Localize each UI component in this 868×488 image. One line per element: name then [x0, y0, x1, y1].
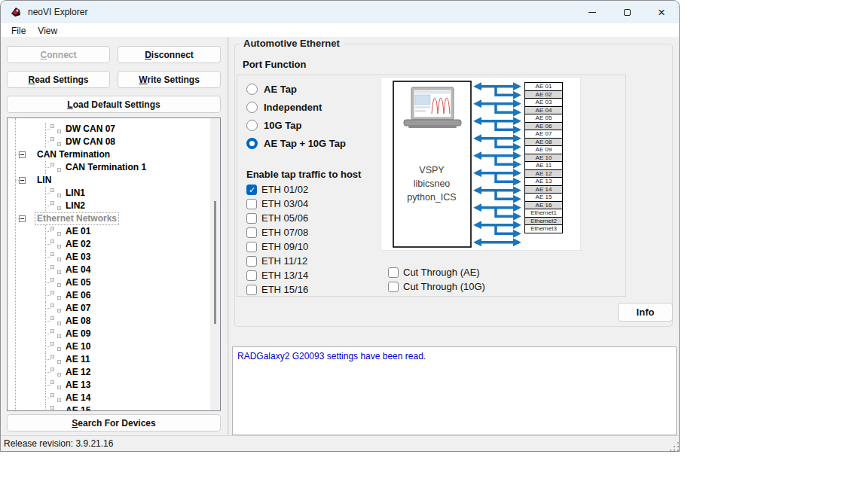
checkbox-icon[interactable] [246, 185, 257, 195]
tap-diagram: VSPY libicsneo python_ICS [381, 77, 581, 251]
radio-option[interactable]: AE Tap + 10G Tap [246, 134, 346, 152]
panel-splitter[interactable] [228, 37, 229, 435]
menu-item[interactable]: File [5, 24, 32, 38]
tree-item-label: AE 04 [64, 264, 92, 276]
radio-icon[interactable] [246, 102, 258, 113]
tree-item-label: AE 15 [64, 405, 92, 411]
tree-item[interactable]: DW CAN 07 [8, 123, 210, 136]
radio-label: 10G Tap [264, 120, 301, 131]
disconnect-button[interactable]: Disconnect [118, 46, 221, 63]
connect-button[interactable]: Connect [7, 46, 110, 63]
checkbox-option[interactable]: Cut Through (AE) [388, 265, 485, 279]
checkbox-label: Cut Through (10G) [403, 281, 485, 292]
minimize-icon [588, 12, 596, 13]
checkbox-option[interactable]: ETH 15/16 [246, 282, 308, 297]
tree-item-label: AE 07 [64, 303, 92, 314]
tree-item-label: CAN Termination [35, 149, 112, 160]
tree-item[interactable]: AE 10 [8, 340, 210, 353]
maximize-button[interactable] [610, 1, 644, 23]
tree-item[interactable]: AE 12 [8, 366, 210, 379]
checkbox-option[interactable]: ETH 07/08 [246, 225, 308, 239]
checkbox-option[interactable]: ETH 05/06 [246, 211, 308, 225]
tree-item[interactable]: Ethernet Networks [8, 212, 210, 225]
tree-item[interactable]: AE 01 [8, 225, 210, 238]
tree-item[interactable]: AE 04 [8, 264, 210, 276]
resize-grip-icon[interactable] [674, 446, 675, 447]
network-status-icon [50, 251, 63, 263]
checkbox-icon[interactable] [246, 199, 257, 209]
checkbox-option[interactable]: ETH 09/10 [246, 239, 308, 254]
tree-item[interactable]: AE 07 [8, 302, 210, 315]
release-revision-text: Release revision: 3.9.21.16 [4, 438, 113, 449]
network-status-icon [50, 238, 63, 250]
radio-icon[interactable] [246, 84, 258, 95]
menu-item[interactable]: View [32, 24, 63, 38]
collapse-icon[interactable] [19, 215, 26, 222]
checkbox-option[interactable]: ETH 01/02 [246, 182, 308, 197]
close-button[interactable]: × [644, 1, 679, 23]
tree-scrollbar-thumb[interactable] [214, 201, 216, 324]
tree-item[interactable]: AE 11 [8, 353, 210, 366]
load-default-settings-button[interactable]: Load Default Settings [7, 96, 221, 113]
tree-item[interactable]: AE 05 [8, 276, 210, 289]
tree-item[interactable]: AE 03 [8, 251, 210, 264]
checkbox-label: ETH 03/04 [261, 198, 308, 209]
tree-item[interactable]: AE 13 [8, 379, 210, 392]
network-status-icon [50, 328, 63, 340]
search-for-devices-button[interactable]: Search For Devices [7, 414, 221, 432]
tree-item[interactable]: LIN2 [8, 200, 210, 212]
tree-item[interactable]: AE 09 [8, 328, 210, 340]
tree-item[interactable]: AE 06 [8, 289, 210, 302]
radio-option[interactable]: AE Tap [246, 80, 346, 98]
tree-item[interactable]: DW CAN 08 [8, 136, 210, 148]
read-settings-button[interactable]: Read Settings [7, 71, 110, 88]
tree-item[interactable]: LIN1 [8, 187, 210, 200]
tree-item-label: LIN [35, 175, 53, 186]
enable-tap-traffic-label: Enable tap traffic to host [246, 169, 361, 180]
radio-option[interactable]: 10G Tap [246, 116, 346, 134]
menu-bar: FileView [1, 23, 679, 37]
tree-item-label: AE 11 [64, 354, 92, 365]
checkbox-icon[interactable] [246, 227, 257, 238]
tree-item[interactable]: LIN [8, 174, 210, 187]
tree-item[interactable]: CAN Termination [8, 148, 210, 161]
write-settings-button[interactable]: Write Settings [118, 71, 221, 88]
radio-icon[interactable] [246, 138, 258, 149]
info-button[interactable]: Info [618, 303, 673, 322]
collapse-icon[interactable] [19, 177, 26, 184]
tree-item[interactable]: AE 02 [8, 238, 210, 251]
checkbox-icon[interactable] [246, 213, 257, 224]
checkbox-label: Cut Through (AE) [403, 267, 480, 278]
host-line-1: libicsneo [414, 178, 451, 189]
tap-arrows [475, 87, 519, 242]
network-status-icon [50, 289, 63, 301]
laptop-icon [404, 87, 461, 128]
tree-scrollbar[interactable] [210, 118, 220, 410]
checkbox-option[interactable]: ETH 13/14 [246, 268, 308, 282]
checkbox-option[interactable]: ETH 11/12 [246, 254, 308, 268]
radio-label: Independent [264, 102, 322, 113]
checkbox-icon[interactable] [388, 267, 399, 278]
checkbox-option[interactable]: ETH 03/04 [246, 197, 308, 211]
radio-option[interactable]: Independent [246, 98, 346, 116]
checkbox-icon[interactable] [388, 282, 399, 292]
checkbox-icon[interactable] [246, 256, 257, 267]
network-status-icon [50, 302, 63, 314]
radio-icon[interactable] [246, 120, 258, 131]
tree-item[interactable]: AE 15 [8, 404, 210, 411]
radio-label: AE Tap + 10G Tap [264, 138, 346, 149]
collapse-icon[interactable] [19, 151, 26, 158]
checkbox-icon[interactable] [246, 270, 257, 281]
checkbox-icon[interactable] [246, 285, 257, 295]
checkbox-option[interactable]: Cut Through (10G) [388, 279, 485, 294]
tree-item[interactable]: AE 14 [8, 392, 210, 404]
checkbox-icon[interactable] [246, 242, 257, 252]
tree-item[interactable]: CAN Termination 1 [8, 161, 210, 174]
network-status-icon [50, 379, 63, 391]
minimize-button[interactable] [575, 1, 610, 23]
tree-item[interactable]: AE 08 [8, 315, 210, 328]
network-status-icon [50, 264, 63, 276]
tree-item-label: LIN1 [64, 188, 87, 199]
tap-traffic-options: ETH 01/02 ETH 03/04 ETH 05/06 [246, 182, 308, 297]
network-status-icon [50, 353, 63, 365]
